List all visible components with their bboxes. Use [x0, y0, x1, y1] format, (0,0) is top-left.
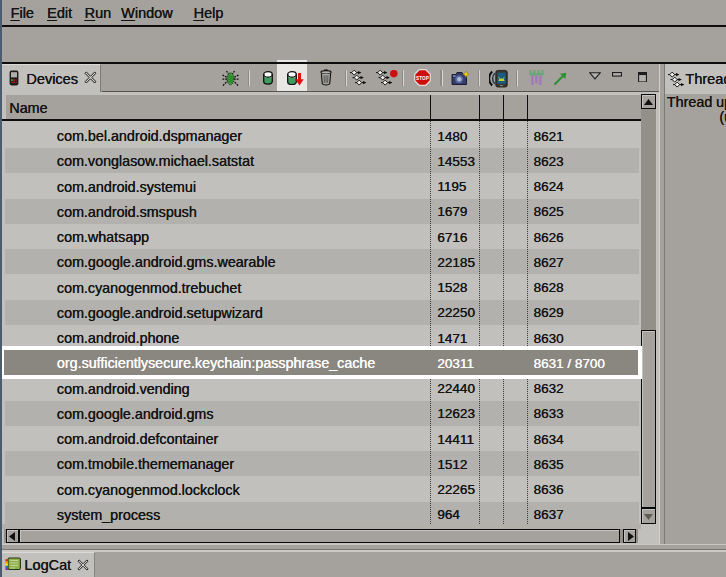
svg-text:STOP: STOP	[415, 76, 428, 81]
